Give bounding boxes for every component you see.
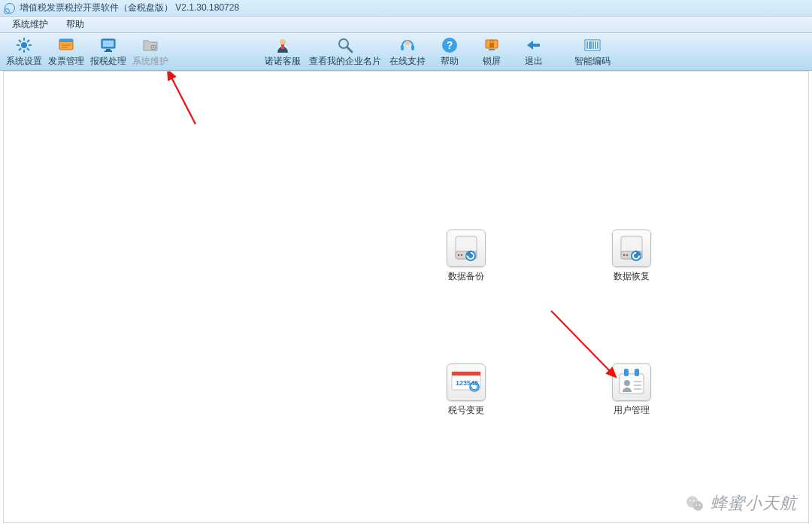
tool-label: 诺诺客服 bbox=[265, 55, 301, 68]
svg-rect-14 bbox=[103, 41, 114, 47]
svg-rect-55 bbox=[635, 369, 639, 376]
number-change-icon: 123546 bbox=[447, 363, 486, 401]
tool-label: 帮助 bbox=[441, 55, 459, 68]
menu-bar: 系统维护 帮助 bbox=[0, 17, 812, 33]
tool-label: 在线支持 bbox=[389, 55, 426, 68]
hdd-restore-icon bbox=[612, 230, 651, 267]
tool-label: 系统设置 bbox=[6, 55, 42, 68]
tool-online-support[interactable]: 在线支持 bbox=[386, 35, 429, 69]
svg-point-25 bbox=[405, 41, 410, 45]
svg-text:123546: 123546 bbox=[456, 379, 478, 387]
window-title: 增值税发票税控开票软件（金税盘版） V2.1.30.180728 bbox=[20, 2, 239, 14]
annotation-arrow-toolbar bbox=[162, 71, 207, 132]
gear-icon bbox=[15, 36, 33, 54]
svg-rect-54 bbox=[624, 369, 629, 376]
svg-text:?: ? bbox=[447, 39, 453, 51]
hdd-backup-icon bbox=[447, 230, 486, 267]
tool-help[interactable]: ? 帮助 bbox=[429, 35, 471, 69]
tool-system-maintenance[interactable]: 系统维护 bbox=[129, 35, 171, 69]
desktop-data-backup[interactable]: 数据备份 bbox=[440, 230, 492, 283]
desktop-user-management[interactable]: 用户管理 bbox=[605, 363, 658, 417]
menu-help[interactable]: 帮助 bbox=[57, 16, 93, 33]
tool-nuonuo-service[interactable]: 诺诺客服 bbox=[262, 35, 304, 69]
svg-rect-50 bbox=[452, 372, 480, 375]
menu-system-maintenance[interactable]: 系统维护 bbox=[3, 16, 57, 33]
invoice-icon bbox=[57, 36, 75, 54]
desktop-label: 数据备份 bbox=[448, 270, 484, 283]
help-icon: ? bbox=[441, 36, 459, 54]
tool-label: 报税处理 bbox=[90, 55, 126, 68]
tool-tax-processing[interactable]: 报税处理 bbox=[87, 35, 129, 69]
watermark: 蜂蜜小天航 bbox=[685, 492, 797, 515]
tool-lock-screen[interactable]: 锁屏 bbox=[471, 35, 513, 69]
headset-icon bbox=[398, 36, 417, 54]
tool-label: 退出 bbox=[525, 55, 543, 68]
desktop-data-restore[interactable]: 数据恢复 bbox=[605, 230, 658, 283]
svg-rect-23 bbox=[401, 45, 404, 50]
svg-line-22 bbox=[347, 47, 352, 52]
svg-rect-16 bbox=[105, 50, 112, 52]
svg-line-60 bbox=[551, 311, 611, 372]
svg-rect-29 bbox=[489, 43, 494, 47]
lock-icon bbox=[483, 36, 501, 54]
svg-point-63 bbox=[689, 500, 691, 501]
tool-label: 系统维护 bbox=[132, 55, 168, 68]
svg-point-18 bbox=[153, 47, 154, 48]
svg-point-19 bbox=[280, 39, 286, 45]
svg-point-66 bbox=[699, 504, 701, 506]
watermark-text: 蜂蜜小天航 bbox=[710, 492, 797, 515]
desktop-label: 税号变更 bbox=[448, 404, 484, 417]
svg-point-62 bbox=[693, 501, 703, 511]
tool-label: 智能编码 bbox=[574, 55, 611, 68]
desktop-label: 用户管理 bbox=[614, 404, 650, 417]
desktop-label: 数据恢复 bbox=[614, 270, 650, 283]
tool-exit[interactable]: 退出 bbox=[513, 35, 555, 69]
magnifier-icon bbox=[336, 36, 354, 54]
svg-point-46 bbox=[623, 254, 626, 257]
tool-label: 锁屏 bbox=[483, 55, 501, 68]
svg-line-6 bbox=[27, 48, 29, 50]
tool-label: 查看我的企业名片 bbox=[309, 55, 381, 68]
title-bar: 增值税发票税控开票软件（金税盘版） V2.1.30.180728 bbox=[0, 0, 812, 17]
svg-rect-15 bbox=[106, 49, 111, 50]
svg-point-56 bbox=[624, 380, 630, 386]
person-icon bbox=[274, 36, 292, 54]
svg-point-41 bbox=[458, 254, 460, 257]
user-card-icon bbox=[612, 363, 651, 401]
svg-rect-30 bbox=[489, 49, 495, 50]
folder-gear-icon bbox=[141, 36, 159, 54]
tool-smart-coding[interactable]: 智能编码 bbox=[571, 35, 614, 69]
arrow-left-icon bbox=[525, 36, 543, 54]
tool-label: 发票管理 bbox=[48, 55, 84, 68]
tool-system-settings[interactable]: 系统设置 bbox=[3, 35, 45, 69]
svg-point-64 bbox=[693, 500, 695, 501]
svg-line-7 bbox=[19, 48, 21, 50]
svg-rect-10 bbox=[59, 39, 73, 42]
toolbar: 系统设置 发票管理 报税处理 系统维护 诺诺客服 查看我的企业名片 bbox=[0, 33, 812, 71]
svg-line-8 bbox=[27, 40, 29, 42]
svg-point-42 bbox=[461, 254, 463, 257]
svg-rect-24 bbox=[411, 45, 414, 50]
tool-invoice-management[interactable]: 发票管理 bbox=[45, 35, 87, 69]
content-area: 数据备份 数据恢复 123546 税号变更 用户管理 bbox=[3, 71, 809, 523]
tool-view-business-card[interactable]: 查看我的企业名片 bbox=[304, 35, 386, 69]
desktop-tax-number-change[interactable]: 123546 税号变更 bbox=[440, 363, 492, 417]
svg-line-5 bbox=[19, 40, 21, 42]
svg-line-38 bbox=[171, 76, 195, 124]
monitor-icon bbox=[99, 36, 117, 54]
svg-point-65 bbox=[695, 504, 697, 506]
svg-point-47 bbox=[626, 254, 629, 257]
barcode-icon bbox=[583, 36, 601, 54]
app-icon bbox=[5, 3, 15, 14]
wechat-icon bbox=[685, 494, 704, 513]
svg-rect-20 bbox=[281, 44, 284, 49]
svg-point-0 bbox=[21, 42, 27, 48]
